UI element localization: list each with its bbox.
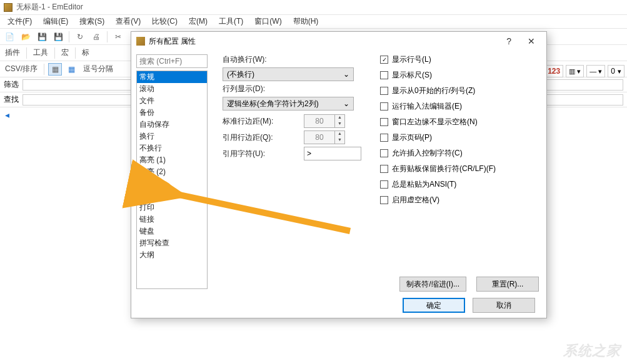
macros-label[interactable]: 宏 bbox=[59, 47, 71, 58]
menu-bar: 文件(F) 编辑(E) 搜索(S) 查看(V) 比较(C) 宏(M) 工具(T)… bbox=[0, 15, 627, 29]
category-list[interactable]: 常规 滚动 文件 备份 自动保存 换行 不换行 高亮 (1) 高亮 (2) 显示… bbox=[136, 71, 208, 289]
category-keyboard[interactable]: 键盘 bbox=[137, 225, 207, 237]
save-all-icon[interactable]: 💾 bbox=[51, 31, 65, 43]
ok-button[interactable]: 确定 bbox=[403, 298, 465, 313]
category-link[interactable]: 链接 bbox=[137, 214, 207, 225]
menu-view[interactable]: 查看(V) bbox=[111, 15, 146, 28]
category-nowrap[interactable]: 不换行 bbox=[137, 142, 207, 154]
spin-up-icon[interactable]: ▲ bbox=[334, 115, 344, 121]
quote-margin-label: 引用行边距(Q): bbox=[223, 132, 298, 143]
std-margin-value: 80 bbox=[304, 117, 334, 125]
chk-noleftspace-label: 窗口左边缘不显示空格(N) bbox=[392, 117, 478, 127]
help-icon[interactable]: ? bbox=[500, 36, 518, 46]
colrow-combo[interactable]: 逻辑坐标(全角字符计为2列) ⌄ bbox=[223, 97, 354, 111]
chk-paste-ansi[interactable] bbox=[380, 180, 388, 189]
refresh-icon[interactable]: ↻ bbox=[73, 31, 87, 43]
tools-label[interactable]: 工具 bbox=[31, 47, 51, 58]
chk-clipboard-crlf-label: 在剪贴板保留换行符(CR/LF)(F) bbox=[392, 164, 496, 174]
menu-tools[interactable]: 工具(T) bbox=[214, 15, 248, 28]
reset-button[interactable]: 重置(R)... bbox=[476, 277, 539, 292]
dialog-action-row: 制表符/缩进(I)... 重置(R)... bbox=[399, 277, 539, 292]
columns-combo[interactable]: ▥ ▾ bbox=[566, 65, 584, 77]
category-display[interactable]: 显示 bbox=[137, 178, 207, 190]
chk-ime[interactable] bbox=[380, 102, 388, 111]
separator bbox=[44, 64, 44, 75]
cancel-button[interactable]: 取消 bbox=[473, 298, 535, 313]
spin-down-icon[interactable]: ▼ bbox=[334, 121, 344, 127]
line-combo[interactable]: — ▾ bbox=[586, 65, 605, 77]
category-marks[interactable]: 标记 bbox=[137, 190, 207, 202]
std-margin-spinner[interactable]: 80 ▲▼ bbox=[304, 114, 345, 128]
find-label: 查找 bbox=[4, 94, 19, 105]
chk-virtual-space-label: 启用虚空格(V) bbox=[392, 195, 439, 205]
menu-file[interactable]: 文件(F) bbox=[3, 15, 37, 28]
menu-window[interactable]: 窗口(W) bbox=[249, 15, 286, 28]
save-icon[interactable]: 💾 bbox=[35, 31, 49, 43]
category-general[interactable]: 常规 bbox=[137, 71, 207, 83]
category-wrap[interactable]: 换行 bbox=[137, 130, 207, 142]
close-icon[interactable]: ✕ bbox=[521, 36, 541, 46]
chk-ruler-label: 显示标尺(S) bbox=[392, 70, 432, 81]
chk-line-numbers[interactable] bbox=[380, 56, 388, 64]
cut-icon[interactable]: ✂ bbox=[111, 31, 125, 43]
menu-edit[interactable]: 编辑(E) bbox=[38, 15, 73, 28]
menu-help[interactable]: 帮助(H) bbox=[288, 15, 324, 28]
chk-clipboard-crlf[interactable] bbox=[380, 165, 388, 173]
chk-ctrlchar[interactable] bbox=[380, 149, 388, 157]
chk-ctrlchar-label: 允许插入控制字符(C) bbox=[392, 148, 463, 159]
category-outline[interactable]: 大纲 bbox=[137, 249, 207, 261]
spin-up-icon[interactable]: ▲ bbox=[334, 131, 344, 137]
encoding-combo[interactable]: 123 bbox=[544, 65, 563, 77]
tabs-indent-button[interactable]: 制表符/缩进(I)... bbox=[399, 277, 466, 292]
category-backup[interactable]: 备份 bbox=[137, 107, 207, 119]
chk-ime-label: 运行输入法编辑器(E) bbox=[392, 101, 462, 112]
print-icon[interactable]: 🖨 bbox=[89, 31, 103, 43]
chk-ruler[interactable] bbox=[380, 71, 388, 79]
quote-margin-value: 80 bbox=[304, 133, 334, 142]
wrap-combo[interactable]: (不换行) ⌄ bbox=[223, 67, 354, 81]
chk-virtual-space[interactable] bbox=[380, 196, 388, 204]
wrap-value: (不换行) bbox=[227, 69, 254, 80]
dialog-footer: 确定 取消 bbox=[131, 293, 546, 318]
menu-search[interactable]: 搜索(S) bbox=[74, 15, 109, 28]
category-scroll[interactable]: 滚动 bbox=[137, 83, 207, 95]
wrap-label: 自动换行(W): bbox=[223, 54, 298, 65]
quote-char-input[interactable]: > bbox=[304, 147, 361, 160]
chk-pagenum-label: 显示页码(P) bbox=[392, 132, 432, 143]
chk-zero-based[interactable] bbox=[380, 87, 388, 95]
csv-comma-label[interactable]: 逗号分隔 bbox=[81, 64, 116, 74]
dialog-icon bbox=[136, 37, 145, 46]
chk-paste-ansi-label: 总是粘贴为ANSI(T) bbox=[392, 179, 456, 190]
chk-pagenum[interactable] bbox=[380, 134, 388, 142]
plugins-label[interactable]: 插件 bbox=[3, 47, 23, 58]
csv-sort-label[interactable]: CSV/排序 bbox=[3, 64, 40, 74]
csv-table-icon[interactable]: ▦ bbox=[64, 63, 78, 76]
quote-char-label: 引用字符(U): bbox=[223, 149, 298, 159]
category-hl2[interactable]: 高亮 (2) bbox=[137, 166, 207, 178]
title-bar: 无标题-1 - EmEditor bbox=[0, 0, 627, 15]
quote-margin-spinner[interactable]: 80 ▲▼ bbox=[304, 130, 345, 144]
category-print[interactable]: 打印 bbox=[137, 202, 207, 214]
colrow-value: 逻辑坐标(全角字符计为2列) bbox=[227, 99, 319, 109]
csv-mode-icon[interactable]: ▦ bbox=[48, 63, 62, 76]
zero-combo[interactable]: 0 ▾ bbox=[608, 65, 624, 77]
spin-down-icon[interactable]: ▼ bbox=[334, 137, 344, 144]
category-spell[interactable]: 拼写检查 bbox=[137, 237, 207, 249]
new-file-icon[interactable]: 📄 bbox=[3, 31, 16, 43]
dialog-title: 所有配置 属性 bbox=[149, 36, 196, 47]
category-hl1[interactable]: 高亮 (1) bbox=[137, 154, 207, 166]
category-search-input[interactable] bbox=[136, 54, 208, 68]
markers-label[interactable]: 标 bbox=[79, 47, 92, 58]
std-margin-label: 标准行边距(M): bbox=[223, 116, 298, 127]
quote-char-value: > bbox=[307, 149, 311, 158]
chk-noleftspace[interactable] bbox=[380, 118, 388, 126]
menu-compare[interactable]: 比较(C) bbox=[147, 15, 183, 28]
dialog-content: 自动换行(W): (不换行) ⌄ 行列显示(D): 逻辑坐标(全角字符计为2列)… bbox=[211, 51, 546, 293]
category-file[interactable]: 文件 bbox=[137, 95, 207, 107]
eof-marker-icon: ◂ bbox=[5, 110, 9, 120]
separator bbox=[75, 47, 76, 59]
open-file-icon[interactable]: 📂 bbox=[19, 31, 33, 43]
chevron-down-icon: ⌄ bbox=[343, 99, 349, 108]
menu-macro[interactable]: 宏(M) bbox=[184, 15, 213, 28]
category-autosave[interactable]: 自动保存 bbox=[137, 119, 207, 130]
